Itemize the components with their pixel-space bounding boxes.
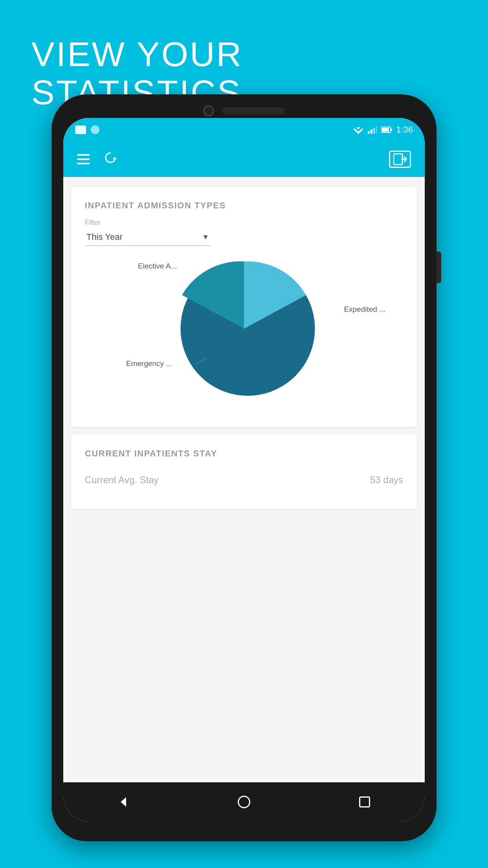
card2-title: CURRENT INPATIENTS STAY xyxy=(85,449,403,459)
side-button xyxy=(437,252,441,283)
elective-label: Elective A... xyxy=(138,262,177,270)
svg-marker-15 xyxy=(121,797,126,807)
filter-label: Filter xyxy=(85,219,403,227)
svg-rect-8 xyxy=(382,128,389,132)
signal-icon xyxy=(368,126,377,134)
logout-button[interactable] xyxy=(389,151,411,168)
svg-marker-10 xyxy=(113,157,117,159)
svg-rect-11 xyxy=(394,154,402,165)
filter-value: This Year xyxy=(86,232,123,242)
toolbar-left xyxy=(77,151,117,168)
phone-screen: 1:36 xyxy=(63,118,425,822)
home-button[interactable] xyxy=(232,790,256,814)
filter-select[interactable]: This Year ▼ xyxy=(85,229,211,246)
status-bar: 1:36 xyxy=(63,118,425,142)
time-display: 1:36 xyxy=(396,125,413,135)
emergency-label: Emergency ... xyxy=(126,359,172,368)
pie-chart-container: Elective A... Expedited ... Emergency ..… xyxy=(85,246,403,411)
circle-icon xyxy=(91,125,99,134)
svg-rect-6 xyxy=(376,126,377,134)
dropdown-arrow-icon: ▼ xyxy=(202,233,209,241)
battery-icon xyxy=(381,126,392,133)
status-left-icons xyxy=(75,125,99,134)
app-toolbar xyxy=(63,142,425,177)
svg-rect-5 xyxy=(373,128,375,134)
phone-top-elements xyxy=(181,105,307,116)
svg-rect-9 xyxy=(391,129,392,131)
inpatients-stay-card: CURRENT INPATIENTS STAY Current Avg. Sta… xyxy=(71,435,417,509)
main-content: INPATIENT ADMISSION TYPES Filter This Ye… xyxy=(63,177,425,782)
pie-chart-wrapper: Elective A... Expedited ... Emergency ..… xyxy=(169,254,319,403)
avg-stay-value: 53 days xyxy=(370,474,403,485)
refresh-button[interactable] xyxy=(103,151,117,168)
phone-frame: 1:36 xyxy=(51,94,437,841)
page-background: VIEW YOUR STATISTICS xyxy=(0,0,488,868)
card1-title: INPATIENT ADMISSION TYPES xyxy=(85,200,403,211)
recents-button[interactable] xyxy=(353,790,376,814)
expedited-label: Expedited ... xyxy=(344,305,385,314)
camera-icon xyxy=(203,105,214,116)
wifi-icon xyxy=(353,125,364,134)
stay-row: Current Avg. Stay 53 days xyxy=(85,467,403,493)
hamburger-menu-button[interactable] xyxy=(77,154,90,164)
avg-stay-label: Current Avg. Stay xyxy=(85,474,159,485)
sim-icon xyxy=(75,125,86,134)
svg-rect-4 xyxy=(371,129,372,134)
bottom-nav xyxy=(63,782,425,822)
status-right-icons: 1:36 xyxy=(353,125,413,135)
svg-rect-3 xyxy=(368,131,370,134)
pie-chart-svg xyxy=(169,254,319,403)
admission-types-card: INPATIENT ADMISSION TYPES Filter This Ye… xyxy=(71,187,417,427)
back-button[interactable] xyxy=(112,790,135,814)
speaker xyxy=(222,107,285,114)
